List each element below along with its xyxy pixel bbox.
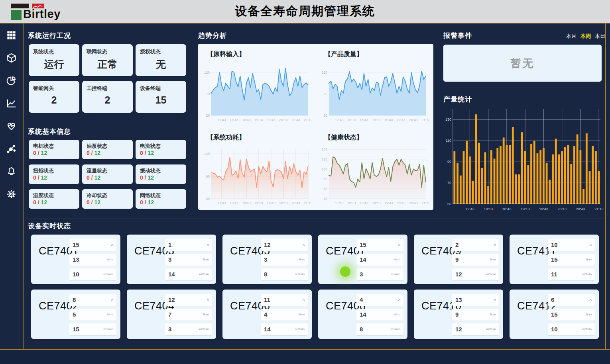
- alert-count: 0: [140, 174, 143, 181]
- device-card-CE7402[interactable]: CE74028A5N·m15m³/min: [31, 290, 120, 339]
- metric-value: 1: [168, 241, 171, 248]
- device-metric: 4A: [356, 294, 403, 306]
- cube-icon[interactable]: [6, 53, 17, 63]
- metric-unit: m³/min: [104, 272, 113, 276]
- device-card-CE7412[interactable]: CE74126A15N·m10m³/min: [510, 290, 599, 339]
- svg-text:19:13: 19:13: [254, 201, 263, 205]
- device-metric: 14N·m: [356, 309, 403, 321]
- device-metrics: 13A9N·m12m³/min: [452, 294, 499, 338]
- device-card-CE7404[interactable]: CE740412A7N·m3m³/min: [127, 290, 216, 339]
- header: Birtley 设备全寿命周期管理系统: [0, 0, 610, 23]
- device-card-CE7411[interactable]: CE741110A15N·m11m³/min: [510, 235, 599, 284]
- device-card-CE7401[interactable]: CE740115A13N·m10m³/min: [31, 235, 120, 284]
- status-card: 智能网关2: [29, 81, 79, 113]
- svg-text:19:13: 19:13: [372, 201, 381, 205]
- metric-unit: N·m: [107, 313, 113, 316]
- total-count: 12: [41, 199, 47, 205]
- device-card-CE7407[interactable]: CE740715A14N·m3m³/min: [318, 235, 407, 284]
- metric-unit: m³/min: [391, 272, 400, 276]
- device-metric: 15A: [356, 239, 403, 251]
- count-separator: /: [36, 150, 41, 156]
- alarm-tab-本月[interactable]: 本月: [566, 33, 577, 40]
- alert-count: 0: [87, 150, 90, 156]
- metric-unit: A: [590, 298, 592, 301]
- device-metric: 12A: [261, 239, 308, 251]
- total-count: 12: [41, 174, 47, 181]
- device-metric: 14N·m: [356, 254, 403, 266]
- info-card-value: 0 / 12: [33, 199, 47, 205]
- footer: [0, 350, 610, 364]
- total-count: 12: [94, 174, 100, 181]
- metric-value: 15: [73, 326, 79, 333]
- device-card-CE7408[interactable]: CE74084A14N·m8m³/min: [318, 290, 407, 339]
- total-count: 12: [94, 199, 100, 205]
- svg-text:20:13: 20:13: [279, 118, 288, 122]
- metric-unit: N·m: [299, 313, 305, 316]
- metric-unit: N·m: [203, 313, 209, 316]
- svg-text:20:43: 20:43: [409, 118, 418, 122]
- trend-chart-health-status: 【健康状态】 40608010012014017:4318:1318:4319:…: [316, 127, 433, 210]
- basic-info-grid: 电机状态0 / 12油泵状态0 / 12电流状态0 / 12扭矩状态0 / 12…: [29, 140, 186, 209]
- trend-chart-raw-input: 【原料输入】 207012017:4318:1318:4319:1319:432…: [198, 44, 316, 127]
- count-separator: /: [90, 150, 94, 156]
- svg-text:18:13: 18:13: [347, 201, 356, 205]
- metric-unit: N·m: [490, 313, 496, 316]
- metric-value: 14: [264, 326, 271, 333]
- device-metrics: 10A15N·m11m³/min: [548, 239, 595, 283]
- pie-chart-icon[interactable]: [6, 75, 17, 86]
- device-metric: 9N·m: [452, 254, 499, 266]
- alarm-tab-本周[interactable]: 本周: [580, 33, 591, 40]
- metric-unit: A: [303, 298, 305, 301]
- device-metric: 13N·m: [69, 254, 116, 266]
- metric-value: 14: [360, 256, 366, 263]
- svg-text:21:13: 21:13: [304, 118, 311, 122]
- info-card-value: 0 / 12: [140, 174, 154, 181]
- device-card-CE7410[interactable]: CE741013A9N·m12m³/min: [414, 290, 503, 339]
- chart-title: 【健康状态】: [325, 133, 363, 142]
- total-count: 12: [94, 150, 100, 156]
- metric-unit: m³/min: [582, 272, 592, 276]
- info-card-value: 0 / 12: [87, 174, 100, 181]
- device-metrics: 11A4N·m14m³/min: [261, 294, 308, 338]
- device-metric: 1A: [165, 239, 212, 251]
- status-card: 联网状态正常: [82, 44, 133, 76]
- status-indicator-active: [340, 266, 350, 277]
- device-metric: 15N·m: [548, 254, 595, 266]
- section-title-system-status: 系统运行工况: [28, 31, 71, 40]
- metric-unit: N·m: [394, 313, 400, 316]
- device-card-CE7405[interactable]: CE740512A3N·m8m³/min: [222, 235, 312, 284]
- device-metrics: 6A15N·m10m³/min: [548, 294, 595, 338]
- section-title-basic-info: 系统基本信息: [28, 127, 71, 136]
- gear-icon[interactable]: [6, 189, 17, 200]
- status-card-label: 系统状态: [33, 48, 54, 55]
- svg-text:20:13: 20:13: [397, 201, 405, 205]
- bell-icon[interactable]: [6, 166, 17, 177]
- molecule-icon[interactable]: [6, 143, 17, 154]
- metric-value: 12: [264, 241, 271, 248]
- dashboard-root: Birtley 设备全寿命周期管理系统 系统运行工况 系统状态运行联网状态正常授…: [0, 0, 610, 364]
- count-separator: /: [90, 199, 94, 205]
- device-metric: 3N·m: [165, 254, 212, 266]
- device-card-CE7406[interactable]: CE740611A4N·m14m³/min: [222, 290, 312, 339]
- device-card-CE7403[interactable]: CE74031A3N·m14m³/min: [127, 235, 216, 284]
- line-chart-icon[interactable]: [6, 98, 17, 109]
- svg-text:100: 100: [322, 167, 327, 171]
- alert-count: 0: [87, 174, 90, 181]
- info-card: 流量状态0 / 12: [82, 164, 133, 184]
- apps-grid-icon[interactable]: [6, 30, 17, 41]
- status-card-label: 智能网关: [33, 85, 54, 92]
- metric-value: 13: [73, 256, 79, 263]
- device-metric: 6A: [548, 294, 595, 306]
- svg-text:20:43: 20:43: [576, 207, 585, 211]
- metric-unit: N·m: [586, 258, 592, 261]
- device-card-CE7409[interactable]: CE74092A9N·m12m³/min: [414, 235, 503, 284]
- health-pulse-icon[interactable]: [6, 121, 17, 131]
- alarm-tab-本日[interactable]: 本日: [595, 33, 605, 40]
- alarm-period-tabs: 本月本周本日: [566, 33, 604, 40]
- svg-text:70: 70: [206, 92, 210, 96]
- metric-unit: A: [111, 243, 113, 247]
- svg-text:18:13: 18:13: [230, 118, 238, 122]
- alert-count: 0: [140, 150, 143, 156]
- svg-text:20:13: 20:13: [397, 118, 405, 122]
- svg-text:20:13: 20:13: [557, 207, 567, 211]
